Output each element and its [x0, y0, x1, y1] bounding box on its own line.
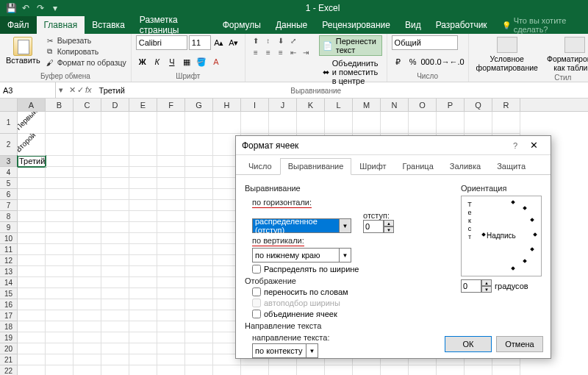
cell[interactable]	[101, 310, 129, 321]
cell[interactable]	[325, 365, 353, 375]
format-as-table-button[interactable]: Форматироватькак таблицу	[544, 35, 588, 74]
col-header[interactable]: F	[157, 99, 185, 111]
cell[interactable]	[185, 112, 213, 134]
cell[interactable]	[157, 233, 185, 244]
row-header[interactable]: 7	[0, 200, 18, 211]
cell[interactable]	[18, 189, 46, 200]
cell[interactable]	[129, 365, 157, 375]
cell[interactable]	[46, 112, 74, 134]
format-painter-button[interactable]: 🖌Формат по образцу	[45, 57, 126, 68]
cell[interactable]	[185, 299, 213, 310]
cell[interactable]	[129, 200, 157, 211]
cell[interactable]	[74, 332, 101, 343]
cell[interactable]	[74, 354, 101, 365]
cell[interactable]	[18, 354, 46, 365]
cell[interactable]	[74, 343, 101, 354]
cell[interactable]	[437, 112, 465, 134]
cell[interactable]	[129, 255, 157, 266]
cell[interactable]	[157, 354, 185, 365]
percent-icon[interactable]: %	[406, 55, 420, 68]
cell[interactable]	[18, 255, 46, 266]
cell[interactable]	[381, 365, 409, 375]
cell[interactable]	[101, 332, 129, 343]
cell[interactable]	[185, 222, 213, 233]
cell[interactable]	[101, 156, 129, 167]
align-bottom-icon[interactable]: ⬇	[275, 35, 287, 46]
cell[interactable]	[74, 189, 101, 200]
row-header[interactable]: 17	[0, 310, 18, 321]
cell[interactable]	[101, 112, 129, 134]
currency-icon[interactable]: ₽	[392, 55, 405, 68]
cell[interactable]	[46, 310, 74, 321]
cell[interactable]	[185, 266, 213, 277]
cell[interactable]	[18, 244, 46, 255]
row-header[interactable]: 10	[0, 233, 18, 244]
col-header[interactable]: K	[297, 99, 325, 111]
cell[interactable]	[46, 167, 74, 178]
col-header[interactable]: I	[241, 99, 269, 111]
paste-button[interactable]: Вставить	[4, 35, 42, 66]
cell[interactable]	[46, 266, 74, 277]
cell[interactable]	[74, 288, 101, 299]
copy-button[interactable]: ⧉Копировать	[45, 46, 126, 57]
cell[interactable]	[157, 310, 185, 321]
cell[interactable]	[46, 354, 74, 365]
cell[interactable]	[101, 299, 129, 310]
merge-center-button[interactable]: ⬌Объединить и поместить в центре	[319, 57, 382, 87]
cell[interactable]	[185, 178, 213, 189]
cell[interactable]	[101, 178, 129, 189]
cell[interactable]	[241, 365, 269, 375]
cell[interactable]	[101, 321, 129, 332]
spin-down-icon[interactable]: ▼	[384, 226, 394, 233]
cell[interactable]	[129, 222, 157, 233]
border-button[interactable]: ▦	[180, 55, 193, 68]
bold-button[interactable]: Ж	[136, 55, 149, 68]
merge-cells-checkbox[interactable]: объединение ячеек	[252, 310, 449, 318]
tab-view[interactable]: Вид	[398, 16, 429, 34]
cell[interactable]	[101, 244, 129, 255]
cell[interactable]	[213, 365, 241, 375]
cell[interactable]	[74, 134, 101, 156]
cell[interactable]	[18, 178, 46, 189]
orientation-preview[interactable]: Текст Надпись	[461, 196, 542, 276]
cell[interactable]	[101, 354, 129, 365]
indent-decrease-icon[interactable]: ⇤	[287, 47, 299, 57]
select-all-corner[interactable]	[0, 99, 18, 111]
spin-down-icon[interactable]: ▼	[481, 286, 492, 293]
row-header[interactable]: 5	[0, 178, 18, 189]
cell[interactable]	[129, 211, 157, 222]
cell[interactable]	[157, 299, 185, 310]
cell[interactable]	[381, 112, 409, 134]
cell[interactable]	[157, 266, 185, 277]
cell[interactable]	[157, 321, 185, 332]
row-header[interactable]: 15	[0, 288, 18, 299]
row-header[interactable]: 14	[0, 277, 18, 288]
cell[interactable]	[492, 365, 520, 375]
cell[interactable]	[157, 244, 185, 255]
cell[interactable]	[18, 365, 46, 375]
dlg-tab-font[interactable]: Шрифт	[351, 158, 394, 174]
cell[interactable]	[46, 222, 74, 233]
dialog-close-button[interactable]: ✕	[523, 140, 545, 151]
cell[interactable]	[157, 134, 185, 156]
cell[interactable]	[129, 288, 157, 299]
cell[interactable]	[101, 200, 129, 211]
cell[interactable]	[157, 277, 185, 288]
namebox-dropdown-icon[interactable]: ▾	[56, 85, 66, 95]
dlg-tab-fill[interactable]: Заливка	[442, 158, 489, 174]
cell[interactable]	[46, 134, 74, 156]
cell[interactable]	[46, 156, 74, 167]
cell[interactable]	[74, 365, 101, 375]
col-header[interactable]: P	[437, 99, 465, 111]
col-header[interactable]: E	[129, 99, 157, 111]
cell[interactable]	[46, 255, 74, 266]
degrees-input[interactable]	[461, 279, 481, 293]
col-header[interactable]: M	[353, 99, 381, 111]
cell[interactable]	[101, 277, 129, 288]
row-header[interactable]: 9	[0, 222, 18, 233]
cell[interactable]	[74, 178, 101, 189]
underline-button[interactable]: Ч	[165, 55, 179, 68]
dlg-tab-protection[interactable]: Защита	[489, 158, 534, 174]
cell[interactable]	[74, 255, 101, 266]
tab-insert[interactable]: Вставка	[85, 16, 132, 34]
